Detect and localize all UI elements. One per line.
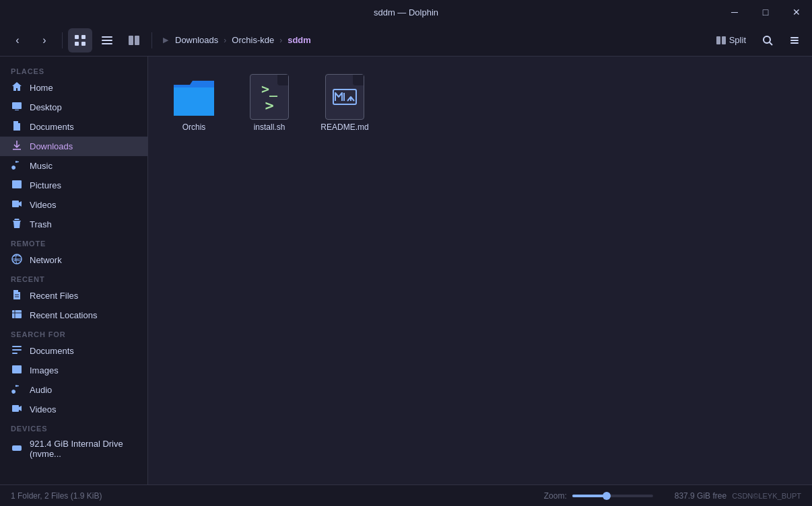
svg-rect-15 [790,42,799,44]
window-title: sddm — Dolphin [374,7,438,17]
svg-rect-5 [102,40,112,41]
sidebar-section-places: Places [0,62,147,78]
zoom-thumb [603,492,611,500]
view-detail-button[interactable] [95,28,119,52]
sidebar-label-recent-locations: Recent Locations [30,310,97,320]
sidebar-label-internal-drive: 921.4 GiB Internal Drive (nvme... [30,439,137,459]
sidebar-section-remote: Remote [0,234,147,250]
sidebar-section-recent: Recent [0,270,147,286]
readme-md-icon [323,75,366,118]
orchis-folder-icon [172,75,215,118]
search-videos-icon [11,403,23,416]
file-item-install-sh[interactable]: >_ install.sh [237,70,302,137]
maximize-button[interactable]: □ [750,0,781,24]
sidebar-item-videos[interactable]: Videos [0,195,147,215]
sidebar-label-videos: Videos [30,200,57,210]
sidebar-item-documents[interactable]: Documents [0,117,147,137]
home-icon [11,81,23,94]
sidebar-label-recent-files: Recent Files [30,291,78,301]
install-sh-icon: >_ [248,75,291,118]
folder-svg [172,77,215,117]
drive-icon [11,443,23,456]
sidebar-item-home[interactable]: Home [0,78,147,98]
search-button[interactable] [755,28,780,52]
sidebar-label-trash: Trash [30,219,52,229]
file-label-install-sh: install.sh [254,122,285,132]
script-file-icon: >_ [250,74,289,120]
sidebar-label-home: Home [30,83,53,93]
window-controls: ─ □ ✕ [719,0,812,24]
sidebar-label-search-videos: Videos [30,404,57,414]
sidebar-item-network[interactable]: Network [0,250,147,270]
toolbar-separator [62,32,63,48]
split-icon [716,35,726,46]
breadcrumb-sep-1: › [224,36,226,45]
svg-point-32 [19,447,21,449]
desktop-icon [11,101,23,114]
zoom-fill [572,495,605,497]
file-label-readme-md: README.md [320,122,368,132]
videos-icon [11,198,23,211]
back-button[interactable]: ‹ [5,28,30,52]
sidebar-label-music: Music [30,161,53,171]
svg-rect-1 [81,35,86,39]
svg-rect-16 [12,102,22,109]
svg-rect-9 [716,36,720,44]
svg-rect-0 [75,35,79,39]
breadcrumb-orchis-kde[interactable]: Orchis-kde [228,34,278,46]
menu-button[interactable] [782,28,807,52]
svg-rect-7 [129,36,133,45]
sidebar-label-search-documents: Documents [30,346,74,356]
sidebar-label-search-images: Images [30,365,59,375]
sidebar-item-recent-locations[interactable]: Recent Locations [0,305,147,325]
close-button[interactable]: ✕ [781,0,812,24]
statusbar-file-info: 1 Folder, 2 Files (1.9 KiB) [11,491,544,501]
columns-icon [128,34,140,46]
sidebar-label-network: Network [30,255,62,265]
minimize-button[interactable]: ─ [719,0,750,24]
view-split-button[interactable] [122,28,146,52]
search-icon [762,35,773,46]
split-button[interactable]: Split [709,32,753,48]
sidebar-label-pictures: Pictures [30,180,61,190]
svg-rect-14 [790,40,799,41]
markdown-file-icon [325,74,364,120]
forward-button[interactable]: › [32,28,57,52]
file-item-readme-md[interactable]: README.md [312,70,377,137]
sidebar-section-devices: Devices [0,419,147,435]
search-documents-icon [11,345,23,357]
split-label: Split [729,35,746,45]
breadcrumb-sddm[interactable]: sddm [283,34,315,46]
sidebar-item-search-documents[interactable]: Documents [0,341,147,361]
statusbar-space: 837.9 GiB free [675,491,726,501]
sidebar-item-search-videos[interactable]: Videos [0,400,147,419]
sidebar-item-trash[interactable]: Trash [0,215,147,234]
sidebar-item-search-audio[interactable]: Audio [0,380,147,400]
toolbar-separator-2 [151,32,152,48]
svg-rect-27 [12,353,18,354]
file-item-orchis-folder[interactable]: Orchis [162,70,226,137]
music-icon [11,159,23,172]
sidebar-item-pictures[interactable]: Pictures [0,176,147,195]
svg-rect-20 [12,201,19,207]
file-content-area: Orchis >_ install.sh README.md [148,57,812,484]
sidebar-item-music[interactable]: Music [0,156,147,176]
sidebar: Places Home Desktop Documents Downloads [0,57,148,484]
statusbar-zoom: Zoom: [544,491,653,501]
svg-rect-10 [722,36,726,44]
svg-rect-3 [81,42,86,46]
breadcrumb-downloads[interactable]: Downloads [171,34,222,46]
sidebar-item-desktop[interactable]: Desktop [0,98,147,117]
zoom-slider[interactable] [572,495,653,497]
svg-point-11 [764,36,770,43]
trash-icon [11,218,23,231]
documents-icon [11,120,23,133]
svg-rect-13 [790,37,799,38]
main-container: Places Home Desktop Documents Downloads [0,57,812,484]
sidebar-item-internal-drive[interactable]: 921.4 GiB Internal Drive (nvme... [0,435,147,462]
sidebar-item-search-images[interactable]: Images [0,361,147,380]
sidebar-item-recent-files[interactable]: Recent Files [0,286,147,305]
view-icons-button[interactable] [68,28,92,52]
statusbar: 1 Folder, 2 Files (1.9 KiB) Zoom: 837.9 … [0,484,812,506]
sidebar-item-downloads[interactable]: Downloads [0,137,147,156]
